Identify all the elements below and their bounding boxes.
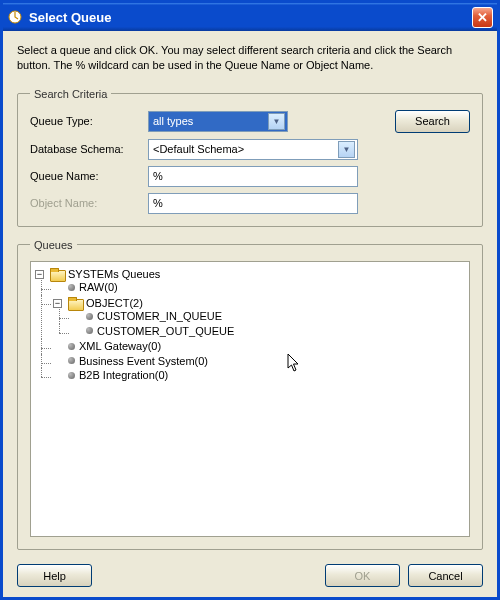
queue-type-value: all types xyxy=(153,115,266,127)
tree-item-label[interactable]: CUSTOMER_OUT_QUEUE xyxy=(97,325,234,337)
queue-type-label: Queue Type: xyxy=(30,115,140,127)
folder-open-icon xyxy=(50,268,64,280)
tree-item-label[interactable]: RAW(0) xyxy=(79,281,118,293)
client-area: Select a queue and click OK. You may sel… xyxy=(3,31,497,597)
tree-item-label[interactable]: XML Gateway(0) xyxy=(79,340,161,352)
bullet-icon xyxy=(86,327,93,334)
queue-name-label: Queue Name: xyxy=(30,170,140,182)
search-button[interactable]: Search xyxy=(395,110,470,133)
instructions-text: Select a queue and click OK. You may sel… xyxy=(17,43,483,74)
bullet-icon xyxy=(68,343,75,350)
app-icon xyxy=(7,9,23,25)
folder-open-icon xyxy=(68,297,82,309)
help-button[interactable]: Help xyxy=(17,564,92,587)
chevron-down-icon: ▼ xyxy=(268,113,285,130)
tree-toggle[interactable]: − xyxy=(53,299,62,308)
tree-item-label[interactable]: OBJECT(2) xyxy=(86,297,143,309)
ok-button: OK xyxy=(325,564,400,587)
db-schema-label: Database Schema: xyxy=(30,143,140,155)
object-name-label: Object Name: xyxy=(30,197,140,209)
db-schema-combo[interactable]: <Default Schema> ▼ xyxy=(148,139,358,160)
dialog-window: Select Queue ✕ Select a queue and click … xyxy=(0,0,500,600)
window-title: Select Queue xyxy=(29,10,472,25)
queue-name-input[interactable]: % xyxy=(148,166,358,187)
search-criteria-legend: Search Criteria xyxy=(30,88,111,100)
bullet-icon xyxy=(68,372,75,379)
cancel-button[interactable]: Cancel xyxy=(408,564,483,587)
queue-tree[interactable]: − SYSTEMs Queues RAW(0) xyxy=(30,261,470,537)
chevron-down-icon: ▼ xyxy=(338,141,355,158)
tree-item-label[interactable]: CUSTOMER_IN_QUEUE xyxy=(97,310,222,322)
bullet-icon xyxy=(68,284,75,291)
titlebar: Select Queue ✕ xyxy=(3,3,497,31)
close-button[interactable]: ✕ xyxy=(472,7,493,28)
bullet-icon xyxy=(68,357,75,364)
bullet-icon xyxy=(86,313,93,320)
db-schema-value: <Default Schema> xyxy=(153,143,336,155)
tree-item-label[interactable]: B2B Integration(0) xyxy=(79,369,168,381)
queue-name-value: % xyxy=(153,170,163,182)
queues-group: Queues − SYSTEMs Queues xyxy=(17,239,483,550)
object-name-value: % xyxy=(153,197,163,209)
queues-legend: Queues xyxy=(30,239,77,251)
tree-item-label[interactable]: Business Event System(0) xyxy=(79,355,208,367)
close-icon: ✕ xyxy=(477,10,488,25)
tree-toggle[interactable]: − xyxy=(35,270,44,279)
object-name-input[interactable]: % xyxy=(148,193,358,214)
queue-type-combo[interactable]: all types ▼ xyxy=(148,111,288,132)
tree-root-label[interactable]: SYSTEMs Queues xyxy=(68,268,160,280)
search-criteria-group: Search Criteria Queue Type: all types ▼ … xyxy=(17,88,483,227)
dialog-footer: Help OK Cancel xyxy=(17,556,483,587)
